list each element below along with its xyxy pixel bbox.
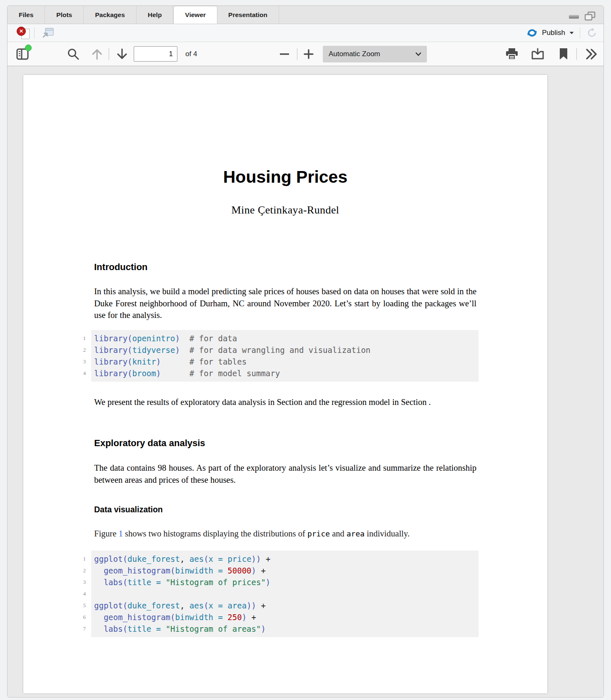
text-segment: ) xyxy=(266,578,270,587)
open-in-new-window-icon[interactable] xyxy=(42,27,54,39)
text-segment xyxy=(94,624,104,633)
publish-cluster: Publish xyxy=(526,24,598,42)
text-segment: ggplot xyxy=(94,554,123,563)
tab-files[interactable]: Files xyxy=(7,6,45,24)
text-segment: title xyxy=(127,578,151,587)
text-segment: library xyxy=(94,345,127,355)
text-segment: ( xyxy=(123,554,127,563)
section-heading-eda: Exploratory data analysis xyxy=(94,438,205,449)
text-segment: ( xyxy=(204,601,208,610)
text-segment xyxy=(94,578,104,587)
text-segment: ggplot xyxy=(94,601,123,610)
code-line-number: 1 xyxy=(73,333,86,344)
zoom-in-icon[interactable] xyxy=(302,48,315,60)
text-segment: ) xyxy=(156,357,161,366)
text-segment: ( xyxy=(204,554,208,563)
page-number-input[interactable] xyxy=(134,46,177,62)
text-segment: duke_forest xyxy=(127,601,180,610)
code-line-number: 7 xyxy=(73,623,86,635)
maximize-pane-icon[interactable] xyxy=(584,11,596,21)
code-line-number: 1 xyxy=(73,553,86,565)
tab-viewer[interactable]: Viewer xyxy=(173,6,217,24)
text-segment: individually. xyxy=(364,529,409,538)
toolbar-separator xyxy=(580,27,580,38)
print-icon[interactable] xyxy=(504,47,519,61)
text-segment: geom_histogram xyxy=(104,566,170,575)
text-segment xyxy=(94,613,104,622)
code-line: 4library(broom) # for model summary xyxy=(94,367,479,379)
publish-button[interactable]: Publish xyxy=(542,29,565,37)
text-segment: area xyxy=(347,529,364,538)
tab-packages[interactable]: Packages xyxy=(84,6,137,24)
text-segment: # for model summary xyxy=(190,369,280,378)
document-title: Housing Prices xyxy=(23,167,547,187)
text-segment: ( xyxy=(123,624,127,633)
text-segment: + xyxy=(247,613,256,622)
zoom-select-dropdown[interactable]: Automatic Zoom xyxy=(323,46,427,62)
search-icon[interactable] xyxy=(66,47,80,61)
download-icon[interactable] xyxy=(530,47,545,61)
text-segment: x xyxy=(209,554,213,563)
code-line-number: 5 xyxy=(73,600,86,611)
rstudio-viewer-pane: { "tabs": { "items": ["Files", "Plots", … xyxy=(0,0,611,700)
pdf-viewer-scroll-area[interactable]: Housing Prices Mine Çetinkaya-Rundel Int… xyxy=(7,66,604,698)
text-segment xyxy=(180,345,190,355)
figure-paragraph: Figure 1 shows two histograms displaying… xyxy=(94,528,476,540)
text-segment: tidyverse xyxy=(132,345,175,355)
code-line: 3library(knitr) # for tables xyxy=(94,356,479,367)
text-segment: = xyxy=(213,601,227,610)
text-segment xyxy=(94,566,104,575)
text-segment: ( xyxy=(127,369,132,378)
text-segment: ) xyxy=(175,334,180,343)
present-paragraph: We present the results of exploratory da… xyxy=(94,396,476,408)
text-segment: = xyxy=(213,554,227,563)
close-viewer-button[interactable]: ✕ xyxy=(17,27,31,40)
text-segment: # for data wrangling and visualization xyxy=(190,345,371,355)
text-segment: ) xyxy=(261,624,265,633)
text-segment: and xyxy=(330,529,347,538)
text-segment: ( xyxy=(123,578,127,587)
code-line: 3 labs(title = "Histogram of prices") xyxy=(94,576,479,588)
text-segment: = xyxy=(213,613,227,622)
minimize-pane-icon[interactable] xyxy=(569,13,579,20)
next-page-icon[interactable] xyxy=(115,47,129,61)
publish-dropdown-caret-icon[interactable] xyxy=(569,32,574,35)
intro-paragraph: In this analysis, we build a model predi… xyxy=(94,285,476,321)
text-segment xyxy=(180,334,190,343)
code-line: 4 xyxy=(94,588,479,600)
chevron-down-icon xyxy=(416,52,421,56)
text-segment: price xyxy=(307,529,330,538)
text-segment: ) xyxy=(175,345,180,355)
text-segment: )) xyxy=(252,554,261,563)
text-segment: library xyxy=(94,334,127,343)
tabs-container: FilesPlotsPackagesHelpViewerPresentation xyxy=(7,6,279,24)
text-segment: ( xyxy=(127,334,132,343)
toolbar-separator xyxy=(297,48,297,60)
tab-presentation[interactable]: Presentation xyxy=(217,6,279,24)
refresh-icon[interactable] xyxy=(586,27,598,39)
text-segment: labs xyxy=(104,578,123,587)
bookmark-icon[interactable] xyxy=(558,47,569,61)
text-segment: duke_forest xyxy=(127,554,180,563)
text-segment: knitr xyxy=(132,357,156,366)
previous-page-icon[interactable] xyxy=(90,47,104,61)
close-icon: ✕ xyxy=(17,27,26,36)
text-segment: ( xyxy=(170,566,175,575)
code-line-number: 2 xyxy=(73,565,86,576)
zoom-out-icon[interactable] xyxy=(278,48,291,60)
code-line-number: 3 xyxy=(73,576,86,588)
text-segment: + xyxy=(261,554,270,563)
text-segment: x xyxy=(209,601,213,610)
code-block-ggplot: 1ggplot(duke_forest, aes(x = price)) +2 … xyxy=(91,551,479,637)
text-segment: title xyxy=(127,624,151,633)
toolbar-more-tools-icon[interactable] xyxy=(584,48,599,60)
tab-plots[interactable]: Plots xyxy=(45,6,84,24)
text-segment: ) xyxy=(156,369,161,378)
text-segment: library xyxy=(94,357,127,366)
tab-help[interactable]: Help xyxy=(137,6,174,24)
text-segment: Figure xyxy=(94,529,119,538)
figure-ref-link[interactable]: 1 xyxy=(119,529,123,538)
text-segment: library xyxy=(94,369,127,378)
text-segment: "Histogram of areas" xyxy=(166,624,261,633)
text-segment: # for data xyxy=(190,334,237,343)
